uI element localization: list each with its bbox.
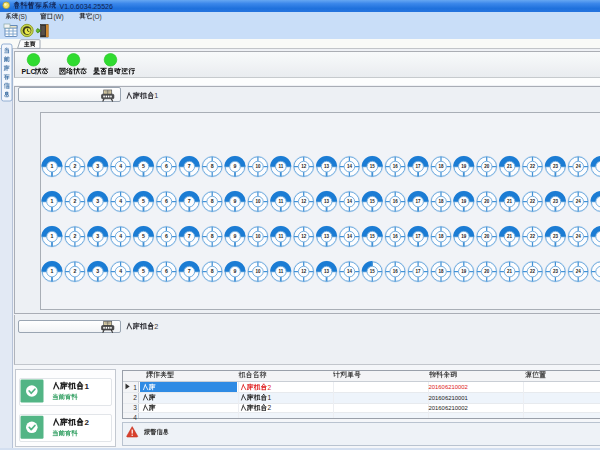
svg-text:20: 20 (484, 164, 490, 169)
svg-text:9: 9 (234, 233, 237, 239)
svg-text:15: 15 (370, 199, 376, 204)
svg-text:13: 13 (324, 234, 330, 239)
svg-text:12: 12 (301, 164, 307, 169)
svg-text:7: 7 (188, 268, 191, 274)
svg-text:13: 13 (324, 269, 330, 274)
svg-text:1: 1 (154, 91, 158, 100)
svg-text:2: 2 (73, 233, 76, 239)
svg-text:3: 3 (133, 404, 137, 411)
svg-text:1: 1 (51, 163, 54, 169)
svg-text:13: 13 (324, 199, 330, 204)
svg-text:23: 23 (553, 199, 559, 204)
svg-text:6: 6 (165, 268, 168, 274)
svg-text:5: 5 (142, 198, 145, 204)
svg-text:15: 15 (370, 269, 376, 274)
svg-text:1: 1 (268, 394, 272, 401)
svg-text:2: 2 (73, 163, 76, 169)
svg-text:201606210001: 201606210001 (429, 395, 468, 401)
svg-text:14: 14 (347, 234, 353, 239)
svg-text:21: 21 (507, 199, 513, 204)
svg-text:PLC: PLC (22, 68, 36, 75)
svg-text:3: 3 (96, 268, 99, 274)
svg-text:15: 15 (370, 234, 376, 239)
svg-text:2: 2 (133, 394, 137, 401)
svg-text:12: 12 (301, 269, 307, 274)
svg-text:(O): (O) (92, 13, 101, 21)
svg-text:17: 17 (416, 269, 422, 274)
svg-text:4: 4 (133, 414, 137, 421)
svg-text:9: 9 (234, 163, 237, 169)
svg-text:23: 23 (553, 269, 559, 274)
svg-text:18: 18 (438, 234, 444, 239)
svg-text:21: 21 (507, 234, 513, 239)
svg-text:13: 13 (324, 164, 330, 169)
svg-text:21: 21 (507, 269, 513, 274)
svg-text:19: 19 (461, 234, 467, 239)
svg-text:23: 23 (553, 164, 559, 169)
svg-text:15: 15 (370, 164, 376, 169)
svg-text:20: 20 (484, 199, 490, 204)
svg-text:18: 18 (438, 269, 444, 274)
svg-text:14: 14 (347, 164, 353, 169)
svg-text:1: 1 (51, 268, 54, 274)
svg-text:22: 22 (530, 164, 536, 169)
svg-text:10: 10 (255, 164, 261, 169)
svg-text:2: 2 (85, 418, 90, 427)
svg-text:4: 4 (119, 233, 122, 239)
svg-text:4: 4 (119, 163, 122, 169)
svg-text:12: 12 (301, 234, 307, 239)
svg-text:8: 8 (211, 198, 214, 204)
svg-text:5: 5 (142, 233, 145, 239)
svg-text:7: 7 (188, 163, 191, 169)
svg-text:4: 4 (119, 198, 122, 204)
svg-text:14: 14 (347, 269, 353, 274)
svg-text:24: 24 (576, 269, 582, 274)
svg-text:8: 8 (211, 268, 214, 274)
svg-text:2: 2 (73, 198, 76, 204)
svg-text:8: 8 (211, 163, 214, 169)
svg-text:17: 17 (416, 199, 422, 204)
svg-text:5: 5 (142, 163, 145, 169)
svg-text:19: 19 (461, 269, 467, 274)
svg-text:6: 6 (165, 163, 168, 169)
svg-text:18: 18 (438, 164, 444, 169)
svg-text:20: 20 (484, 269, 490, 274)
svg-text:1: 1 (133, 384, 137, 391)
svg-text:10: 10 (255, 234, 261, 239)
svg-text:24: 24 (576, 164, 582, 169)
svg-text:14: 14 (347, 199, 353, 204)
svg-text:22: 22 (530, 269, 536, 274)
svg-text:10: 10 (255, 269, 261, 274)
svg-text:16: 16 (393, 164, 399, 169)
svg-text:22: 22 (530, 234, 536, 239)
svg-text:(S): (S) (18, 13, 27, 21)
svg-text:16: 16 (393, 234, 399, 239)
svg-text:2: 2 (154, 322, 158, 331)
svg-text:11: 11 (278, 269, 283, 274)
svg-text:4: 4 (119, 268, 122, 274)
svg-text:(W): (W) (53, 13, 63, 21)
svg-text:V1.0.6034.25526: V1.0.6034.25526 (60, 3, 113, 10)
svg-text:7: 7 (188, 233, 191, 239)
svg-text:1: 1 (85, 382, 90, 391)
svg-text:11: 11 (278, 234, 283, 239)
svg-text:19: 19 (461, 164, 467, 169)
svg-text:6: 6 (165, 198, 168, 204)
svg-text:201606210002: 201606210002 (429, 405, 468, 411)
svg-text:11: 11 (278, 199, 283, 204)
svg-text:3: 3 (96, 198, 99, 204)
svg-text:17: 17 (416, 234, 422, 239)
svg-text:10: 10 (255, 199, 261, 204)
svg-text:21: 21 (507, 164, 513, 169)
svg-text:23: 23 (553, 234, 559, 239)
svg-text:18: 18 (438, 199, 444, 204)
svg-text:16: 16 (393, 199, 399, 204)
svg-text:24: 24 (576, 234, 582, 239)
svg-text:9: 9 (234, 268, 237, 274)
svg-text:3: 3 (96, 233, 99, 239)
svg-text:6: 6 (165, 233, 168, 239)
svg-text:17: 17 (416, 164, 422, 169)
svg-text:19: 19 (461, 199, 467, 204)
svg-text:20: 20 (484, 234, 490, 239)
svg-text:2: 2 (268, 384, 272, 391)
